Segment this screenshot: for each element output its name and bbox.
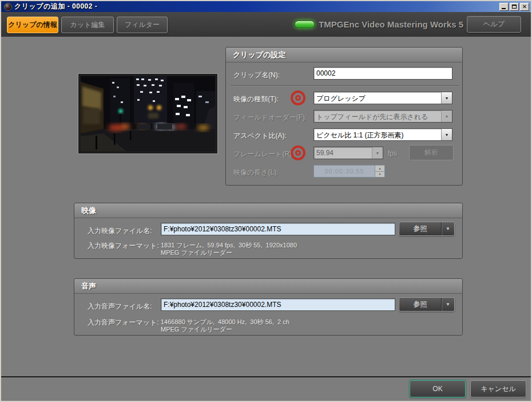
audio-browse-label: 参照 xyxy=(399,298,441,311)
video-browse-button[interactable]: 参照 ▼ xyxy=(399,222,455,236)
spin-down-icon: ▼ xyxy=(375,172,384,178)
brand-text: TMPGEnc Video Mastering Works 5 xyxy=(319,19,463,29)
close-icon: ✕ xyxy=(522,4,527,10)
chevron-down-icon: ▼ xyxy=(441,129,452,140)
app-icon xyxy=(4,3,12,11)
video-type-label: 映像の種類(T): xyxy=(233,94,279,104)
chevron-down-icon[interactable]: ▼ xyxy=(442,222,454,235)
close-button[interactable]: ✕ xyxy=(520,3,529,11)
spin-up-icon: ▲ xyxy=(375,165,384,172)
header-bar: クリップの情報 カット編集 フィルター TMPGEnc Video Master… xyxy=(1,12,531,37)
video-type-select[interactable]: プログレッシブ ▼ xyxy=(313,92,452,104)
audio-panel: 音声 入力音声ファイル名: 参照 ▼ 入力音声フォーマット: 1466880 サ… xyxy=(74,278,463,336)
cancel-button[interactable]: キャンセル xyxy=(470,380,526,397)
clip-settings-title: クリップの設定 xyxy=(226,48,462,62)
video-format-line2: MPEG ファイルリーダー xyxy=(161,249,232,257)
maximize-button[interactable] xyxy=(510,3,519,11)
night-city-scene xyxy=(81,76,215,151)
video-panel-title: 映像 xyxy=(74,203,462,218)
video-browse-label: 参照 xyxy=(399,222,441,235)
video-length-label: 映像の長さ(L): xyxy=(233,168,279,178)
tab-filter[interactable]: フィルター xyxy=(117,17,168,33)
minimize-button[interactable] xyxy=(499,3,509,11)
audio-file-input[interactable] xyxy=(161,298,395,311)
analyze-button: 解析 xyxy=(409,145,454,160)
footer-divider xyxy=(1,376,531,377)
window-controls: ✕ xyxy=(499,3,529,11)
tab-cut-edit[interactable]: カット編集 xyxy=(61,17,114,33)
title-bar: クリップの追加 - 00002 - ✕ xyxy=(1,1,531,12)
dialog-window: クリップの追加 - 00002 - ✕ クリップの情報 カット編集 フィルター … xyxy=(0,0,532,402)
clip-name-label: クリップ名(N): xyxy=(233,70,280,80)
annotation-circle-framerate xyxy=(291,145,305,160)
framerate-label: フレームレート(R): xyxy=(233,149,293,159)
audio-panel-title: 音声 xyxy=(74,279,462,294)
audio-file-label: 入力音声ファイル名: xyxy=(88,302,152,312)
maximize-icon xyxy=(512,5,517,9)
chevron-down-icon: ▼ xyxy=(372,147,383,159)
chevron-down-icon: ▼ xyxy=(441,92,452,104)
framerate-value: 59.94 xyxy=(314,147,372,159)
clip-settings-panel: クリップの設定 クリップ名(N): 映像の種類(T): プログレッシブ ▼ フィ… xyxy=(225,47,463,186)
video-length-value: 00:00:30.55 xyxy=(314,165,375,177)
audio-browse-button[interactable]: 参照 ▼ xyxy=(399,297,455,312)
ok-button[interactable]: OK xyxy=(410,380,466,397)
chevron-down-icon: ▼ xyxy=(441,111,452,122)
framerate-select: 59.94 ▼ xyxy=(313,147,383,159)
aspect-ratio-label: アスペクト比(A): xyxy=(233,131,287,141)
brand-area: TMPGEnc Video Mastering Works 5 xyxy=(295,12,463,37)
field-order-select: トップフィールドが先に表示される ▼ xyxy=(313,110,452,123)
power-led-icon xyxy=(295,21,315,28)
clip-name-input[interactable] xyxy=(313,67,452,80)
clip-preview-image xyxy=(78,74,217,153)
video-file-label: 入力映像ファイル名: xyxy=(88,226,152,236)
divider xyxy=(231,85,459,86)
minimize-icon xyxy=(502,8,506,9)
video-type-value: プログレッシブ xyxy=(314,92,441,104)
audio-format-label: 入力音声フォーマット: xyxy=(88,318,159,328)
aspect-ratio-value: ピクセル比 1:1 (正方形画素) xyxy=(314,129,441,140)
field-order-value: トップフィールドが先に表示される xyxy=(314,111,441,122)
field-order-label: フィールドオーダー(F): xyxy=(233,113,307,123)
chevron-down-icon[interactable]: ▼ xyxy=(442,298,454,311)
audio-format-line2: MPEG ファイルリーダー xyxy=(161,325,232,334)
help-button[interactable]: ヘルプ xyxy=(467,16,521,33)
window-title: クリップの追加 - 00002 - xyxy=(14,2,499,11)
aspect-ratio-select[interactable]: ピクセル比 1:1 (正方形画素) ▼ xyxy=(313,128,452,141)
framerate-unit: fps xyxy=(388,149,397,157)
video-file-input[interactable] xyxy=(161,223,395,235)
video-format-label: 入力映像フォーマット: xyxy=(88,241,159,251)
annotation-circle-video-type xyxy=(291,90,305,105)
video-length-spinner: 00:00:30.55 ▲ ▼ xyxy=(313,165,385,178)
video-panel: 映像 入力映像ファイル名: 参照 ▼ 入力映像フォーマット: 1831 フレーム… xyxy=(74,203,463,259)
tab-clip-info[interactable]: クリップの情報 xyxy=(7,17,58,33)
